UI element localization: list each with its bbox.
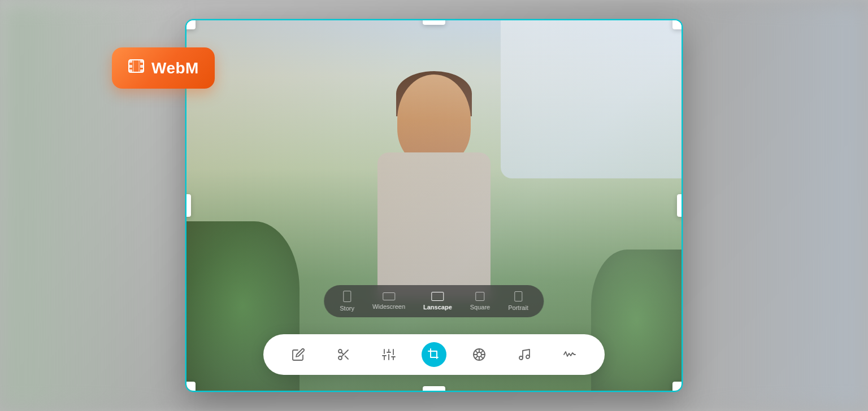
music-icon [518,348,531,361]
square-icon [476,292,485,301]
widescreen-label: Widescreen [372,303,405,310]
aspect-landscape[interactable]: Lanscape [423,292,452,311]
main-card: WebM [180,14,688,397]
cut-tool-button[interactable] [331,342,356,367]
portrait-icon [514,291,522,301]
side-handle-left[interactable] [185,194,191,217]
svg-rect-5 [129,69,132,72]
audio-tool-button[interactable] [512,342,537,367]
svg-point-33 [519,356,523,360]
crop-icon [427,348,441,361]
landscape-icon [431,292,444,301]
pencil-icon [292,348,305,361]
story-label: Story [340,305,354,312]
scene: WebM [0,0,868,411]
svg-line-13 [341,352,344,355]
aspect-ratio-toolbar: Story Widescreen Lanscape Square Portrai [324,285,544,317]
widescreen-icon [383,292,395,300]
svg-line-31 [475,356,478,358]
crop-tool-button[interactable] [422,342,446,367]
svg-rect-4 [140,65,144,68]
svg-rect-2 [140,60,144,63]
color-wheel-icon [472,348,486,361]
video-area: Story Widescreen Lanscape Square Portrai [185,19,683,392]
svg-rect-1 [129,60,132,63]
portrait-label: Portrait [508,304,528,311]
svg-line-32 [481,351,483,353]
bg-shape-right [687,0,868,411]
square-label: Square [470,304,490,311]
corner-handle-bl[interactable] [185,382,196,392]
effects-tool-button[interactable] [557,342,582,367]
edit-tool-button[interactable] [286,342,311,367]
landscape-label: Lanscape [423,304,452,311]
aspect-portrait[interactable]: Portrait [508,291,528,311]
film-icon [128,58,145,78]
color-tool-button[interactable] [467,342,492,367]
story-icon [343,291,351,302]
waveform-icon [563,348,576,361]
svg-line-12 [345,356,348,359]
svg-rect-6 [140,69,144,72]
corner-handle-tr[interactable] [672,19,683,29]
sliders-icon [382,348,396,361]
webm-badge[interactable]: WebM [112,47,215,89]
svg-rect-3 [129,65,132,68]
adjust-tool-button[interactable] [376,342,401,367]
svg-line-27 [475,351,478,353]
webm-label: WebM [151,59,199,77]
tools-bar [263,334,605,375]
scissors-icon [337,348,350,361]
aspect-square[interactable]: Square [470,292,490,311]
corner-handle-tl[interactable] [185,19,196,29]
side-handle-bottom[interactable] [423,386,445,392]
aspect-widescreen[interactable]: Widescreen [372,292,405,310]
side-handle-right[interactable] [677,194,683,217]
aspect-story[interactable]: Story [340,291,354,312]
corner-handle-br[interactable] [672,382,683,392]
side-handle-top[interactable] [423,19,445,25]
svg-line-28 [481,356,483,358]
